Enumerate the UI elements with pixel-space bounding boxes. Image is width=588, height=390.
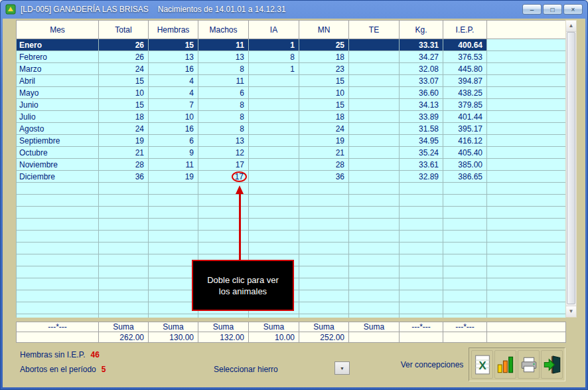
grid-cell[interactable] (299, 254, 349, 266)
grid-cell[interactable]: 26 (99, 51, 149, 63)
grid-cell[interactable]: 24 (99, 123, 149, 135)
grid-cell-filler[interactable] (487, 123, 566, 135)
table-row[interactable]: Abril154111533.07394.87 (17, 75, 566, 87)
grid-cell[interactable] (99, 278, 149, 290)
grid-cell[interactable] (299, 314, 349, 318)
grid-cell[interactable] (349, 254, 400, 266)
grid-cell[interactable] (349, 290, 400, 302)
grid-cell[interactable]: 1 (249, 63, 299, 75)
grid-cell[interactable] (400, 219, 443, 231)
grid-cell[interactable] (249, 243, 299, 254)
grid-cell[interactable] (400, 266, 443, 278)
hierro-dropdown[interactable]: ▼ (334, 361, 350, 375)
grid-cell[interactable]: 31.58 (400, 123, 443, 135)
grid-cell[interactable] (349, 99, 400, 111)
grid-cell[interactable]: 385.00 (443, 159, 487, 171)
grid-cell[interactable] (149, 207, 198, 219)
grid-cell[interactable] (443, 195, 487, 207)
grid-cell[interactable] (17, 302, 99, 314)
grid-cell[interactable] (198, 278, 249, 290)
grid-cell[interactable] (349, 87, 400, 99)
grid-cell[interactable]: 15 (99, 75, 149, 87)
grid-cell[interactable] (249, 207, 299, 219)
grid-cell[interactable]: 13 (149, 51, 198, 63)
grid-cell[interactable]: 36.60 (400, 87, 443, 99)
grid-cell[interactable] (17, 290, 99, 302)
grid-cell[interactable] (17, 278, 99, 290)
grid-cell[interactable] (99, 243, 149, 254)
table-row-empty[interactable] (17, 207, 566, 219)
grid-cell[interactable] (198, 254, 249, 266)
grid-cell[interactable] (349, 207, 400, 219)
grid-cell[interactable]: 405.40 (443, 147, 487, 159)
grid-cell[interactable] (149, 231, 198, 243)
grid-cell-filler[interactable] (487, 75, 566, 87)
grid-cell[interactable]: 26 (99, 39, 149, 51)
grid-cell[interactable]: 17 (198, 171, 249, 183)
table-row[interactable]: Junio15781534.13379.85 (17, 99, 566, 111)
table-row-empty[interactable] (17, 278, 566, 290)
grid-cell[interactable] (443, 266, 487, 278)
grid-cell[interactable] (443, 183, 487, 195)
grid-cell-filler[interactable] (487, 135, 566, 147)
grid-cell[interactable] (198, 231, 249, 243)
grid-cell[interactable]: Mayo (17, 87, 99, 99)
grid-cell[interactable]: Octubre (17, 147, 99, 159)
grid-cell[interactable] (198, 207, 249, 219)
grid-cell[interactable] (443, 278, 487, 290)
table-row[interactable]: Septiembre196131934.95416.12 (17, 135, 566, 147)
grid-cell[interactable]: 8 (198, 99, 249, 111)
grid-cell[interactable]: 33.89 (400, 111, 443, 123)
grid-cell[interactable]: 23 (299, 63, 349, 75)
grid-cell[interactable]: 4 (149, 87, 198, 99)
table-row[interactable]: Julio181081833.89401.44 (17, 111, 566, 123)
grid-cell[interactable]: 36 (299, 171, 349, 183)
grid-cell[interactable] (400, 207, 443, 219)
grid-cell[interactable]: 28 (299, 159, 349, 171)
grid-cell-filler[interactable] (487, 290, 566, 302)
grid-cell[interactable]: Julio (17, 111, 99, 123)
grid-cell[interactable]: 10 (149, 111, 198, 123)
grid-cell[interactable] (349, 195, 400, 207)
grid-cell[interactable] (99, 254, 149, 266)
grid-cell[interactable]: Marzo (17, 63, 99, 75)
grid-cell-filler[interactable] (487, 39, 566, 51)
grid-cell[interactable] (149, 266, 198, 278)
grid-cell[interactable]: 6 (198, 87, 249, 99)
grid-cell[interactable] (400, 278, 443, 290)
grid-cell[interactable] (249, 111, 299, 123)
grid-cell[interactable] (99, 266, 149, 278)
grid-cell[interactable] (349, 135, 400, 147)
grid-cell[interactable]: 18 (299, 51, 349, 63)
grid-cell[interactable]: 21 (299, 147, 349, 159)
grid-cell[interactable] (349, 243, 400, 254)
grid-cell[interactable] (443, 207, 487, 219)
grid-cell[interactable] (299, 207, 349, 219)
grid-cell[interactable] (198, 183, 249, 195)
grid-cell[interactable] (443, 254, 487, 266)
grid-cell[interactable]: 19 (299, 135, 349, 147)
grid-cell[interactable] (299, 195, 349, 207)
grid-cell-filler[interactable] (487, 266, 566, 278)
grid-cell-filler[interactable] (487, 314, 566, 318)
grid-cell[interactable]: 24 (99, 63, 149, 75)
grid-cell[interactable] (349, 63, 400, 75)
print-button[interactable] (518, 350, 540, 379)
grid-cell[interactable]: 19 (149, 171, 198, 183)
grid-cell-filler[interactable] (487, 147, 566, 159)
grid-cell[interactable]: 33.61 (400, 159, 443, 171)
grid-cell[interactable]: 15 (299, 99, 349, 111)
grid-cell[interactable] (149, 195, 198, 207)
grid-cell[interactable] (198, 266, 249, 278)
grid-cell[interactable]: 394.87 (443, 75, 487, 87)
scroll-up-icon[interactable]: ▲ (566, 21, 576, 32)
grid-cell[interactable] (400, 254, 443, 266)
grid-cell[interactable]: Agosto (17, 123, 99, 135)
scrollbar-thumb[interactable] (567, 32, 575, 304)
grid-cell[interactable] (198, 290, 249, 302)
grid-cell-filler[interactable] (487, 159, 566, 171)
grid-cell[interactable]: 36 (99, 171, 149, 183)
grid-cell[interactable]: 15 (99, 99, 149, 111)
grid-cell[interactable] (249, 266, 299, 278)
grid-cell-filler[interactable] (487, 278, 566, 290)
